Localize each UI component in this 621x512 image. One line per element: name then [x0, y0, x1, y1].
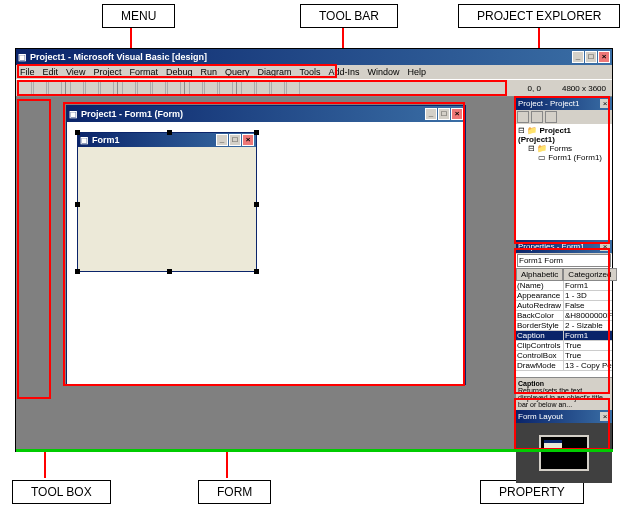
resize-handle[interactable]: [254, 202, 259, 207]
minimize-button[interactable]: _: [572, 51, 584, 63]
menu-query[interactable]: Query: [225, 67, 250, 77]
property-row: DrawMode13 - Copy Pen: [516, 361, 612, 371]
form-layout-window[interactable]: [516, 423, 612, 483]
form-design-surface[interactable]: ▣ Form1 _ □ ×: [77, 132, 257, 272]
resize-handle[interactable]: [75, 130, 80, 135]
resize-handle[interactable]: [254, 130, 259, 135]
tab-categorized[interactable]: Categorized: [563, 268, 616, 281]
toolbar-button[interactable]: [271, 81, 285, 95]
screen-preview: [539, 435, 589, 471]
label-toolbar: TOOL BAR: [300, 4, 398, 28]
properties-title[interactable]: Properties - Form1 ×: [516, 240, 612, 253]
project-explorer-title[interactable]: Project - Project1 ×: [516, 97, 612, 110]
form-designer-window[interactable]: ▣ Project1 - Form1 (Form) _ □ × ▣ Form1 …: [66, 105, 466, 385]
app-icon: ▣: [18, 52, 27, 62]
toolbar-button[interactable]: [256, 81, 270, 95]
menu-window[interactable]: Window: [368, 67, 400, 77]
toggle-folders-button[interactable]: [545, 111, 557, 123]
project-tree[interactable]: ⊟ 📁 Project1 (Project1) ⊟ 📁 Forms ▭ Form…: [516, 124, 612, 164]
toolbar-button[interactable]: [122, 81, 136, 95]
menu-tools[interactable]: Tools: [300, 67, 321, 77]
menu-edit[interactable]: Edit: [43, 67, 59, 77]
menu-addins[interactable]: Add-Ins: [329, 67, 360, 77]
toolbar-button[interactable]: [167, 81, 181, 95]
tree-project[interactable]: ⊟ 📁 Project1 (Project1): [518, 126, 610, 144]
toolbar-button[interactable]: [85, 81, 99, 95]
toolbar-button[interactable]: [189, 81, 203, 95]
label-form: FORM: [198, 480, 271, 504]
green-separator: [16, 449, 613, 452]
vb-ide-window: ▣ Project1 - Microsoft Visual Basic [des…: [15, 48, 613, 452]
view-object-button[interactable]: [531, 111, 543, 123]
property-row: BorderStyle2 - Sizable: [516, 321, 612, 331]
separator: [65, 81, 67, 95]
form-maximize[interactable]: □: [229, 134, 241, 146]
object-selector[interactable]: Form1 Form: [517, 254, 611, 267]
separator: [117, 81, 119, 95]
toolbar-button[interactable]: [70, 81, 84, 95]
toolbar-button[interactable]: [48, 81, 62, 95]
resize-handle[interactable]: [167, 130, 172, 135]
form-layout-title[interactable]: Form Layout ×: [516, 410, 612, 423]
props-title-text: Properties - Form1: [518, 242, 585, 251]
size-readout: 4800 x 3600: [562, 84, 606, 93]
pe-close-icon[interactable]: ×: [600, 99, 610, 108]
menu-debug[interactable]: Debug: [166, 67, 193, 77]
resize-handle[interactable]: [75, 202, 80, 207]
close-button[interactable]: ×: [598, 51, 610, 63]
form-icon: ▣: [80, 135, 89, 145]
toolbar-button[interactable]: [33, 81, 47, 95]
menu-help[interactable]: Help: [408, 67, 427, 77]
label-toolbox: TOOL BOX: [12, 480, 111, 504]
designer-close[interactable]: ×: [451, 108, 463, 120]
right-dock: Project - Project1 × ⊟ 📁 Project1 (Proje…: [516, 97, 612, 451]
property-row: (Name)Form1: [516, 281, 612, 291]
property-row: Appearance1 - 3D: [516, 291, 612, 301]
menu-file[interactable]: File: [20, 67, 35, 77]
resize-handle[interactable]: [75, 269, 80, 274]
designer-icon: ▣: [69, 109, 78, 119]
menu-run[interactable]: Run: [200, 67, 217, 77]
toolbar-button[interactable]: [137, 81, 151, 95]
separator: [236, 81, 238, 95]
form-grid[interactable]: [78, 147, 256, 271]
standard-toolbar: 0, 0 4800 x 3600: [16, 79, 612, 97]
toolbar-button[interactable]: [241, 81, 255, 95]
toolbar-button[interactable]: [18, 81, 32, 95]
designer-title: Project1 - Form1 (Form): [81, 109, 183, 119]
view-code-button[interactable]: [517, 111, 529, 123]
menu-diagram[interactable]: Diagram: [257, 67, 291, 77]
property-row-selected: CaptionForm1: [516, 331, 612, 341]
properties-window: Form1 Form Alphabetic Categorized (Name)…: [516, 254, 612, 410]
tree-folder-forms[interactable]: ⊟ 📁 Forms: [518, 144, 610, 153]
maximize-button[interactable]: □: [585, 51, 597, 63]
separator: [184, 81, 186, 95]
property-row: ControlBoxTrue: [516, 351, 612, 361]
form-close[interactable]: ×: [242, 134, 254, 146]
property-row: AutoRedrawFalse: [516, 301, 612, 311]
properties-grid[interactable]: (Name)Form1 Appearance1 - 3D AutoRedrawF…: [516, 281, 612, 377]
toolbar-button[interactable]: [100, 81, 114, 95]
form-title: Form1: [92, 135, 120, 145]
menu-view[interactable]: View: [66, 67, 85, 77]
label-menu: MENU: [102, 4, 175, 28]
form-minimize[interactable]: _: [216, 134, 228, 146]
project-explorer: ⊟ 📁 Project1 (Project1) ⊟ 📁 Forms ▭ Form…: [516, 110, 612, 240]
menu-format[interactable]: Format: [129, 67, 158, 77]
resize-handle[interactable]: [167, 269, 172, 274]
toolbar-button[interactable]: [286, 81, 300, 95]
fl-close-icon[interactable]: ×: [600, 412, 610, 421]
resize-handle[interactable]: [254, 269, 259, 274]
toolbar-button[interactable]: [219, 81, 233, 95]
toolbar-button[interactable]: [152, 81, 166, 95]
menu-project[interactable]: Project: [93, 67, 121, 77]
props-close-icon[interactable]: ×: [600, 242, 610, 251]
toolbar-button[interactable]: [204, 81, 218, 95]
tab-alphabetic[interactable]: Alphabetic: [516, 268, 563, 281]
tree-form1[interactable]: ▭ Form1 (Form1): [518, 153, 610, 162]
app-titlebar[interactable]: ▣ Project1 - Microsoft Visual Basic [des…: [16, 49, 612, 65]
designer-minimize[interactable]: _: [425, 108, 437, 120]
property-row: BackColor&H8000000F: [516, 311, 612, 321]
property-description: Caption Returns/sets the text displayed …: [516, 377, 612, 410]
designer-maximize[interactable]: □: [438, 108, 450, 120]
